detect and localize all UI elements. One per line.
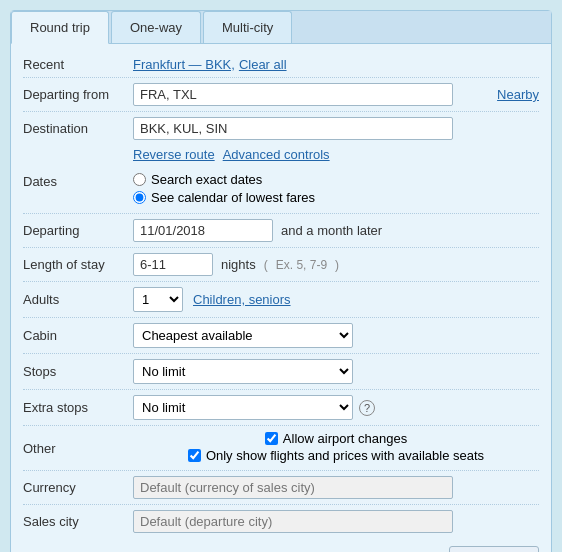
recent-links: Frankfurt — BKK, Clear all xyxy=(133,57,539,72)
length-of-stay-field-area: nights (Ex. 5, 7-9) xyxy=(133,253,539,276)
clear-all-link[interactable]: Clear all xyxy=(239,57,287,72)
allow-airport-checkbox[interactable] xyxy=(265,432,278,445)
stops-select[interactable]: No limit Nonstop Max 1 stop xyxy=(133,359,353,384)
adults-label: Adults xyxy=(23,292,133,307)
stay-hint-close: ) xyxy=(335,258,339,272)
available-seats-checkbox[interactable] xyxy=(188,449,201,462)
stops-label: Stops xyxy=(23,364,133,379)
sales-city-row: Sales city xyxy=(23,505,539,538)
length-of-stay-label: Length of stay xyxy=(23,257,133,272)
departing-date-field-area: and a month later xyxy=(133,219,539,242)
stay-hint: ( xyxy=(264,258,268,272)
reverse-route-link[interactable]: Reverse route xyxy=(133,147,215,162)
departing-from-row: Departing from Nearby xyxy=(23,78,539,112)
sales-city-label: Sales city xyxy=(23,514,133,529)
departing-date-label: Departing xyxy=(23,223,133,238)
departing-date-row: Departing and a month later xyxy=(23,214,539,248)
extra-stops-field-area: No limit None Max 1 ? xyxy=(133,395,539,420)
destination-field-area xyxy=(133,117,539,140)
and-month-text: and a month later xyxy=(281,223,382,238)
extra-stops-help-icon[interactable]: ? xyxy=(359,400,375,416)
currency-field-area xyxy=(133,476,539,499)
adults-row: Adults 123456 Children, seniors xyxy=(23,282,539,318)
stay-hint-text: Ex. 5, 7-9 xyxy=(276,258,327,272)
nearby-link[interactable]: Nearby xyxy=(497,87,539,102)
stops-row: Stops No limit Nonstop Max 1 stop xyxy=(23,354,539,390)
available-seats-label: Only show flights and prices with availa… xyxy=(206,448,484,463)
cabin-field-area: Cheapest available Economy Premium econo… xyxy=(133,323,539,348)
recent-link-frankfurt[interactable]: Frankfurt — BKK, xyxy=(133,57,235,72)
length-of-stay-row: Length of stay nights (Ex. 5, 7-9) xyxy=(23,248,539,282)
recent-label: Recent xyxy=(23,57,133,72)
extra-stops-label: Extra stops xyxy=(23,400,133,415)
dates-label: Dates xyxy=(23,172,133,189)
nights-text: nights xyxy=(221,257,256,272)
reverse-row: Reverse route Advanced controls xyxy=(23,145,539,167)
departing-from-label: Departing from xyxy=(23,87,133,102)
adults-field-area: 123456 Children, seniors xyxy=(133,287,539,312)
allow-airport-row: Allow airport changes xyxy=(265,431,407,446)
dates-section: Dates Search exact dates See calendar of… xyxy=(23,167,539,214)
currency-label: Currency xyxy=(23,480,133,495)
dates-calendar-label: See calendar of lowest fares xyxy=(151,190,315,205)
tab-multi-city[interactable]: Multi-city xyxy=(203,11,292,43)
dates-options: Search exact dates See calendar of lowes… xyxy=(133,172,315,208)
advanced-controls-link[interactable]: Advanced controls xyxy=(223,147,330,162)
flight-search-form: Round trip One-way Multi-city Recent Fra… xyxy=(10,10,552,552)
search-button-row: Search xyxy=(23,538,539,552)
departing-from-field-area: Nearby xyxy=(133,83,539,106)
extra-stops-row: Extra stops No limit None Max 1 ? xyxy=(23,390,539,426)
tab-bar: Round trip One-way Multi-city xyxy=(11,11,551,44)
dates-exact-label: Search exact dates xyxy=(151,172,262,187)
tab-one-way[interactable]: One-way xyxy=(111,11,201,43)
search-button[interactable]: Search xyxy=(449,546,539,552)
children-seniors-link[interactable]: Children, seniors xyxy=(193,292,291,307)
tab-round-trip[interactable]: Round trip xyxy=(11,11,109,44)
sales-city-field-area xyxy=(133,510,539,533)
other-label: Other xyxy=(23,441,133,456)
dates-exact-radio[interactable] xyxy=(133,173,146,186)
cabin-label: Cabin xyxy=(23,328,133,343)
allow-airport-label: Allow airport changes xyxy=(283,431,407,446)
dates-calendar-radio[interactable] xyxy=(133,191,146,204)
destination-row: Destination xyxy=(23,112,539,145)
departing-from-input[interactable] xyxy=(133,83,453,106)
currency-row: Currency xyxy=(23,471,539,505)
cabin-select[interactable]: Cheapest available Economy Premium econo… xyxy=(133,323,353,348)
destination-input[interactable] xyxy=(133,117,453,140)
available-seats-row: Only show flights and prices with availa… xyxy=(188,448,484,463)
sales-city-input[interactable] xyxy=(133,510,453,533)
stops-field-area: No limit Nonstop Max 1 stop xyxy=(133,359,539,384)
destination-label: Destination xyxy=(23,121,133,136)
currency-input[interactable] xyxy=(133,476,453,499)
adults-select[interactable]: 123456 xyxy=(133,287,183,312)
form-content: Recent Frankfurt — BKK, Clear all Depart… xyxy=(11,44,551,552)
departing-date-input[interactable] xyxy=(133,219,273,242)
length-of-stay-input[interactable] xyxy=(133,253,213,276)
cabin-row: Cabin Cheapest available Economy Premium… xyxy=(23,318,539,354)
dates-row: Dates Search exact dates See calendar of… xyxy=(23,172,539,208)
dates-option1-row: Search exact dates xyxy=(133,172,315,187)
other-field-area: Allow airport changes Only show flights … xyxy=(133,431,539,465)
recent-row: Recent Frankfurt — BKK, Clear all xyxy=(23,52,539,78)
destination-section: Destination Reverse route Advanced contr… xyxy=(23,112,539,167)
dates-option2-row: See calendar of lowest fares xyxy=(133,190,315,205)
extra-stops-select[interactable]: No limit None Max 1 xyxy=(133,395,353,420)
other-row: Other Allow airport changes Only show fl… xyxy=(23,426,539,471)
